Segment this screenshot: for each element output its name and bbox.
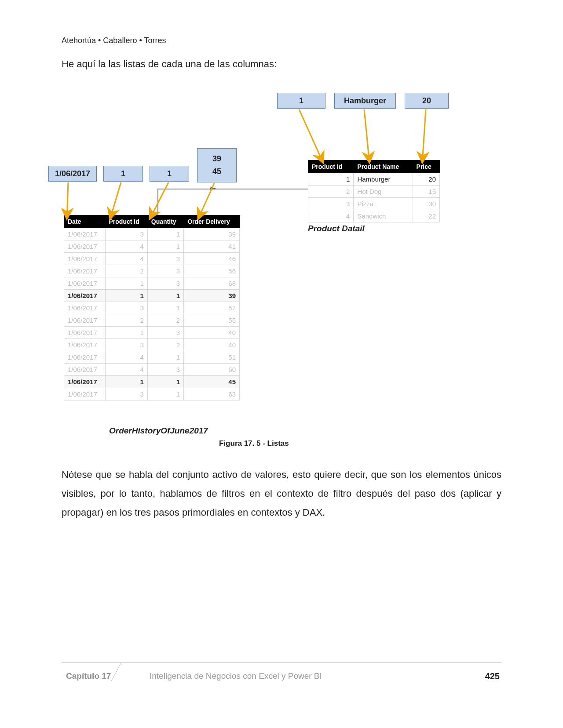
order-cell: 1/06/2017: [64, 253, 106, 265]
order-cell: 1: [147, 290, 183, 302]
order-cell: 2: [147, 314, 183, 327]
order-cell: 1/06/2017: [64, 302, 106, 314]
arrow-date: [67, 182, 68, 219]
product-header-cell: Price: [413, 160, 439, 173]
order-table: DateProduct IdQuantityOrder Delivery 1/0…: [64, 215, 240, 400]
order-row: 1/06/20173163: [64, 388, 240, 400]
order-cell: 3: [147, 327, 183, 339]
order-row: 1/06/20172356: [64, 265, 240, 277]
arrow-p-price: [422, 109, 426, 163]
arrow-qty: [150, 182, 168, 219]
order-cell: 68: [184, 277, 240, 290]
product-header-cell: Product Id: [308, 160, 354, 173]
order-cell: 3: [147, 265, 183, 277]
product-cell: 4: [308, 210, 354, 222]
tag-delivery-39: 39: [212, 154, 221, 164]
order-row: 1/06/20174151: [64, 351, 240, 364]
order-cell: 39: [184, 290, 240, 302]
order-cell: 46: [184, 253, 240, 265]
order-cell: 3: [105, 302, 147, 314]
tag-p-name: Hamburger: [334, 93, 396, 109]
order-cell: 1/06/2017: [64, 240, 106, 253]
product-row: 1Hamburger20: [308, 173, 440, 186]
order-cell: 3: [147, 253, 183, 265]
order-header-cell: Order Delivery: [184, 215, 240, 228]
order-cell: 3: [147, 364, 183, 376]
product-cell: 3: [308, 198, 354, 210]
order-cell: 3: [105, 228, 147, 240]
product-row: 4Sandwich22: [308, 210, 440, 222]
order-cell: 39: [184, 228, 240, 240]
tag-date: 1/06/2017: [48, 166, 97, 182]
order-cell: 55: [184, 314, 240, 327]
order-cell: 1: [147, 388, 183, 400]
order-table-caption: OrderHistoryOfJune2017: [109, 426, 208, 436]
product-cell: Hamburger: [354, 173, 413, 186]
order-header-cell: Product Id: [105, 215, 147, 228]
product-table: Product IdProduct NamePrice 1Hamburger20…: [308, 160, 440, 222]
order-cell: 40: [184, 327, 240, 339]
order-cell: 1/06/2017: [64, 228, 106, 240]
order-row: 1/06/20171145: [64, 376, 240, 388]
figure-caption: Figura 17. 5 - Listas: [219, 439, 289, 448]
order-cell: 4: [105, 253, 147, 265]
product-cell: 22: [413, 210, 439, 222]
product-cell: 20: [413, 173, 439, 186]
order-cell: 1/06/2017: [64, 339, 106, 351]
order-cell: 1: [147, 302, 183, 314]
product-cell: Hot Dog: [354, 186, 413, 198]
order-cell: 1: [105, 290, 147, 302]
tag-p-price: 20: [405, 93, 449, 109]
relationship-line-h: [157, 189, 308, 189]
order-cell: 51: [184, 351, 240, 364]
authors-line: Atehortúa • Caballero • Torres: [62, 36, 501, 45]
tag-p-prodid: 1: [277, 93, 325, 109]
order-cell: 1/06/2017: [64, 376, 106, 388]
order-cell: 2: [147, 339, 183, 351]
product-row: 2Hot Dog15: [308, 186, 440, 198]
diagram-figure: 1 Hamburger 20 1/06/2017 1 1 39 45 Produ…: [62, 87, 501, 452]
order-row: 1/06/20171139: [64, 290, 240, 302]
intro-text: He aquí la las listas de cada una de las…: [62, 58, 501, 70]
order-row: 1/06/20173157: [64, 302, 240, 314]
order-cell: 1/06/2017: [64, 327, 106, 339]
order-cell: 40: [184, 339, 240, 351]
order-cell: 1: [105, 327, 147, 339]
order-cell: 3: [147, 277, 183, 290]
order-cell: 57: [184, 302, 240, 314]
arrow-p-prodid: [299, 109, 323, 163]
order-row: 1/06/20173240: [64, 339, 240, 351]
product-cell: 15: [413, 186, 439, 198]
order-row: 1/06/20173139: [64, 228, 240, 240]
order-row: 1/06/20174346: [64, 253, 240, 265]
order-cell: 1: [147, 376, 183, 388]
product-header-cell: Product Name: [354, 160, 413, 173]
order-cell: 1/06/2017: [64, 265, 106, 277]
order-cell: 1/06/2017: [64, 290, 106, 302]
product-cell: 1: [308, 173, 354, 186]
order-cell: 1: [147, 351, 183, 364]
product-cell: 2: [308, 186, 354, 198]
order-cell: 3: [105, 339, 147, 351]
order-cell: 1: [105, 277, 147, 290]
order-row: 1/06/20171368: [64, 277, 240, 290]
order-cell: 1/06/2017: [64, 314, 106, 327]
order-cell: 1/06/2017: [64, 277, 106, 290]
order-cell: 60: [184, 364, 240, 376]
order-cell: 63: [184, 388, 240, 400]
product-cell: Sandwich: [354, 210, 413, 222]
order-cell: 1/06/2017: [64, 364, 106, 376]
order-cell: 2: [105, 314, 147, 327]
order-header-cell: Date: [64, 215, 106, 228]
relationship-arrow-icon: ⇤: [209, 183, 216, 193]
product-cell: Pizza: [354, 198, 413, 210]
tag-orderprodid: 1: [103, 166, 143, 182]
order-cell: 3: [105, 388, 147, 400]
order-row: 1/06/20172255: [64, 314, 240, 327]
relationship-line-v: [157, 189, 158, 215]
order-cell: 56: [184, 265, 240, 277]
order-cell: 45: [184, 376, 240, 388]
order-cell: 41: [184, 240, 240, 253]
order-row: 1/06/20174360: [64, 364, 240, 376]
order-cell: 4: [105, 351, 147, 364]
